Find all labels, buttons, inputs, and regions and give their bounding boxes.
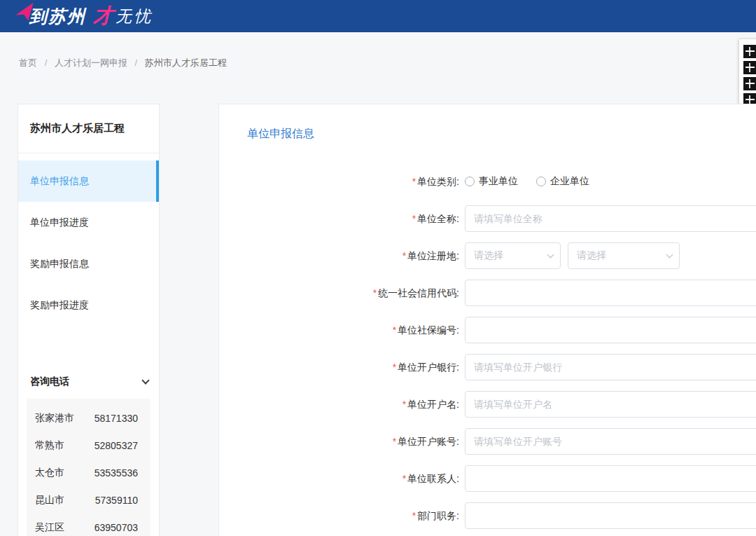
- required-asterisk: *: [402, 399, 406, 410]
- form-row-bank: *单位开户银行:: [219, 354, 756, 380]
- phone-list: 张家港市 58171330 常熟市 52805327 太仓市 53535536 …: [27, 399, 150, 536]
- sidebar-item-unit-declare-info[interactable]: 单位申报信息: [18, 160, 159, 202]
- logo-text-main: 到苏州: [29, 5, 86, 28]
- form-row-unit-type: *单位类别: 事业单位 企业单位: [219, 168, 756, 195]
- field-label: 单位全称:: [417, 213, 459, 224]
- radio-icon[interactable]: [465, 177, 475, 186]
- form-row-unit-fullname: *单位全称:: [219, 205, 756, 232]
- department-input[interactable]: [465, 502, 756, 529]
- required-asterisk: *: [412, 176, 416, 187]
- field-label: 单位开户名:: [407, 399, 459, 410]
- qr-strip-icon: [743, 45, 756, 58]
- breadcrumb-item-declare[interactable]: 人才计划一网申报: [55, 57, 127, 68]
- select-value: 请选择: [474, 249, 503, 262]
- chevron-down-icon: [547, 252, 554, 259]
- breadcrumb-separator: /: [135, 57, 138, 68]
- chevron-down-icon: [666, 252, 673, 259]
- breadcrumb-separator: /: [45, 57, 48, 68]
- account-name-input[interactable]: [465, 391, 756, 418]
- form-row-social-security-no: *单位社保编号:: [219, 317, 756, 343]
- sidebar-item-label: 奖励申报进度: [30, 299, 89, 312]
- phone-number: 58171330: [94, 413, 138, 424]
- field-label: 单位类别:: [417, 176, 459, 187]
- region-select-city[interactable]: 请选择: [465, 242, 561, 269]
- phone-city: 吴江区: [35, 521, 64, 534]
- sidebar: 苏州市人才乐居工程 单位申报信息 单位申报进度 奖励申报信息 奖励申报进度 咨询…: [18, 104, 160, 536]
- breadcrumb-item-home[interactable]: 首页: [19, 57, 37, 68]
- field-label: 单位社保编号:: [398, 324, 459, 336]
- phone-row: 昆山市 57359110: [27, 486, 150, 514]
- select-value: 请选择: [577, 249, 606, 262]
- sidebar-item-label: 单位申报进度: [30, 217, 89, 229]
- unit-fullname-input[interactable]: [465, 205, 756, 232]
- required-asterisk: *: [393, 362, 396, 373]
- main-panel: 单位申报信息 *单位类别: 事业单位 企业单位: [218, 104, 756, 536]
- required-asterisk: *: [373, 287, 377, 298]
- form-row-credit-code: *统一社会信用代码:: [219, 280, 756, 306]
- bank-input[interactable]: [465, 354, 756, 380]
- account-number-input[interactable]: [465, 428, 756, 455]
- unit-declare-form: *单位类别: 事业单位 企业单位 *单位全称:: [219, 168, 756, 529]
- field-label: 单位开户银行:: [398, 362, 459, 373]
- phone-number: 63950703: [94, 522, 138, 533]
- field-label: 单位开户账号:: [398, 436, 459, 447]
- phone-city: 昆山市: [35, 494, 64, 507]
- qr-strip-icon: [743, 77, 756, 90]
- phone-row: 张家港市 58171330: [27, 404, 150, 432]
- phone-row: 常熟市 52805327: [27, 432, 150, 459]
- breadcrumb-item-current: 苏州市人才乐居工程: [145, 57, 227, 68]
- radio-institution[interactable]: 事业单位: [465, 175, 518, 188]
- chevron-down-icon: [141, 376, 149, 384]
- phone-number: 53535536: [94, 467, 138, 479]
- required-asterisk: *: [412, 213, 416, 224]
- phone-number: 52805327: [94, 440, 138, 451]
- field-label: 部门职务:: [417, 510, 459, 521]
- logo-text-accent: 才: [93, 2, 113, 30]
- phone-section-title: 咨询电话: [30, 376, 69, 388]
- phone-row: 太仓市 53535536: [27, 459, 150, 486]
- phone-city: 常熟市: [35, 439, 64, 452]
- sidebar-title: 苏州市人才乐居工程: [18, 104, 159, 153]
- form-row-registered-address: *单位注册地: 请选择 请选择: [219, 242, 756, 269]
- sidebar-menu: 单位申报信息 单位申报进度 奖励申报信息 奖励申报进度: [18, 153, 159, 326]
- form-row-contact: *单位联系人:: [219, 465, 756, 492]
- page-title: 单位申报信息: [219, 104, 756, 142]
- required-asterisk: *: [402, 473, 406, 484]
- field-label: 单位注册地:: [407, 250, 459, 261]
- credit-code-input[interactable]: [465, 280, 756, 306]
- required-asterisk: *: [393, 324, 396, 336]
- breadcrumb: 首页 / 人才计划一网申报 / 苏州市人才乐居工程: [19, 57, 227, 69]
- region-select-district[interactable]: 请选择: [568, 242, 680, 269]
- top-nav-bar: 到苏州 才 无忧: [0, 0, 756, 32]
- contact-input[interactable]: [465, 465, 756, 492]
- radio-enterprise[interactable]: 企业单位: [536, 175, 589, 188]
- phone-city: 太仓市: [35, 467, 64, 479]
- required-asterisk: *: [393, 436, 396, 447]
- required-asterisk: *: [412, 510, 416, 521]
- sidebar-item-unit-declare-progress[interactable]: 单位申报进度: [18, 202, 159, 243]
- sidebar-item-label: 奖励申报信息: [30, 258, 89, 270]
- sidebar-item-reward-declare-progress[interactable]: 奖励申报进度: [18, 284, 159, 326]
- phone-section-toggle[interactable]: 咨询电话: [18, 368, 159, 396]
- form-row-account-name: *单位开户名:: [219, 391, 756, 418]
- floating-side-widget[interactable]: [738, 39, 756, 113]
- social-security-input[interactable]: [465, 317, 756, 343]
- required-asterisk: *: [402, 250, 406, 261]
- phone-number: 57359110: [95, 495, 138, 506]
- logo-text-rest: 无忧: [115, 6, 153, 27]
- phone-row: 吴江区 63950703: [27, 514, 150, 536]
- site-logo[interactable]: 到苏州 才 无忧: [15, 4, 153, 29]
- radio-icon[interactable]: [536, 177, 546, 186]
- field-label: 单位联系人:: [407, 473, 459, 484]
- qr-strip-icon: [743, 61, 756, 74]
- field-label: 统一社会信用代码:: [378, 287, 459, 298]
- unit-type-radio-group: 事业单位 企业单位: [465, 175, 589, 188]
- form-row-account-number: *单位开户账号:: [219, 428, 756, 455]
- radio-label[interactable]: 事业单位: [479, 175, 518, 188]
- sidebar-item-label: 单位申报信息: [30, 175, 89, 188]
- form-row-department-title: *部门职务:: [219, 502, 756, 529]
- sidebar-item-reward-declare-info[interactable]: 奖励申报信息: [18, 243, 159, 284]
- phone-city: 张家港市: [35, 412, 74, 425]
- radio-label[interactable]: 企业单位: [550, 175, 589, 188]
